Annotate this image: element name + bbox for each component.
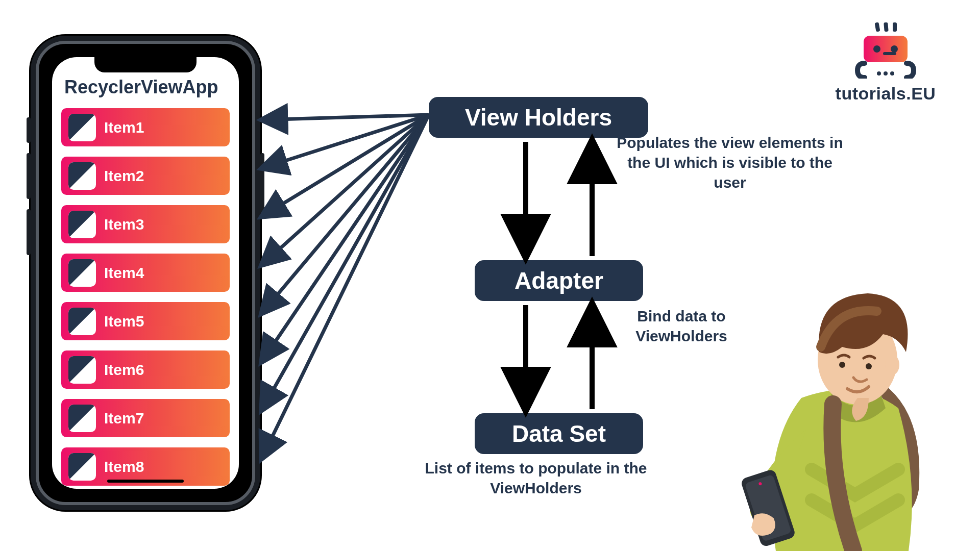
diagram-stage: RecyclerViewApp Item1 Item2 Item3 xyxy=(0,0,980,551)
list-item-label: Item4 xyxy=(104,264,144,282)
svg-line-21 xyxy=(261,115,429,314)
list-item-label: Item5 xyxy=(104,313,144,330)
svg-point-7 xyxy=(877,71,881,76)
list-item: Item1 xyxy=(61,108,230,146)
svg-line-19 xyxy=(261,115,429,217)
node-adapter: Adapter xyxy=(475,260,643,301)
character-illustration xyxy=(704,276,960,551)
svg-line-24 xyxy=(261,115,429,459)
list-item: Item2 xyxy=(61,157,230,195)
placeholder-icon xyxy=(68,162,96,190)
placeholder-icon xyxy=(68,259,96,287)
placeholder-icon xyxy=(68,405,96,432)
svg-line-23 xyxy=(261,115,429,411)
list-item: Item4 xyxy=(61,254,230,292)
list-item-label: Item8 xyxy=(104,458,144,475)
node-label: View Holders xyxy=(465,104,612,131)
list-item-label: Item2 xyxy=(104,167,144,185)
list-item: Item6 xyxy=(61,350,230,389)
svg-line-17 xyxy=(261,115,429,120)
svg-line-22 xyxy=(261,115,429,362)
placeholder-icon xyxy=(68,114,96,141)
phone-notch xyxy=(94,57,197,72)
logo-icon xyxy=(852,22,919,79)
node-label: Data Set xyxy=(512,420,606,447)
tutorials-eu-logo: tutorials.EU xyxy=(827,22,944,104)
app-title: RecyclerViewApp xyxy=(64,77,218,98)
svg-point-5 xyxy=(891,45,898,53)
svg-rect-1 xyxy=(884,22,889,32)
svg-rect-2 xyxy=(893,22,897,32)
svg-rect-6 xyxy=(883,52,896,55)
caption-data-set: List of items to populate in the ViewHol… xyxy=(408,458,664,498)
caption-view-holders: Populates the view elements in the UI wh… xyxy=(612,133,847,192)
list-item: Item5 xyxy=(61,302,230,340)
phone-bezel: RecyclerViewApp Item1 Item2 Item3 xyxy=(36,41,255,505)
svg-point-13 xyxy=(866,363,872,369)
list-item: Item7 xyxy=(61,399,230,437)
phone-side-button xyxy=(27,117,31,143)
phone-side-button xyxy=(27,153,31,199)
list-item: Item3 xyxy=(61,205,230,243)
phone-home-indicator xyxy=(107,480,184,483)
svg-line-20 xyxy=(261,115,429,265)
node-label: Adapter xyxy=(514,267,603,294)
svg-point-11 xyxy=(885,355,899,375)
phone-side-button xyxy=(27,209,31,255)
svg-point-12 xyxy=(839,362,845,368)
placeholder-icon xyxy=(68,211,96,238)
svg-point-9 xyxy=(890,71,894,76)
placeholder-icon xyxy=(68,308,96,335)
svg-point-8 xyxy=(884,71,888,76)
list-item-label: Item3 xyxy=(104,216,144,233)
svg-rect-3 xyxy=(864,36,908,62)
list-item-label: Item6 xyxy=(104,361,144,379)
phone-screen: RecyclerViewApp Item1 Item2 Item3 xyxy=(52,57,239,489)
logo-text: tutorials.EU xyxy=(827,84,944,104)
list-item-label: Item1 xyxy=(104,119,144,136)
phone-mockup: RecyclerViewApp Item1 Item2 Item3 xyxy=(31,36,260,510)
list-item-label: Item7 xyxy=(104,410,144,427)
recycler-list: Item1 Item2 Item3 Item4 xyxy=(61,108,230,486)
placeholder-icon xyxy=(68,453,96,481)
node-view-holders: View Holders xyxy=(429,97,648,138)
phone-side-button xyxy=(260,153,264,214)
node-data-set: Data Set xyxy=(475,413,643,454)
placeholder-icon xyxy=(68,356,96,384)
svg-line-18 xyxy=(261,115,429,168)
svg-rect-0 xyxy=(874,22,880,32)
svg-point-4 xyxy=(873,45,880,53)
